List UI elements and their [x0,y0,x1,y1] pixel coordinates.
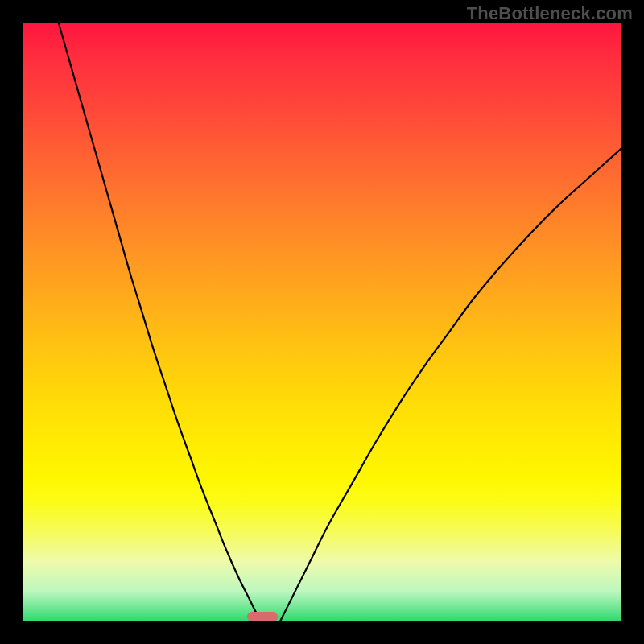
bottleneck-curve [23,23,621,621]
plot-area [23,23,621,621]
watermark-text: TheBottleneck.com [467,3,633,24]
optimal-marker [247,612,278,621]
chart-frame: TheBottleneck.com [0,0,644,644]
